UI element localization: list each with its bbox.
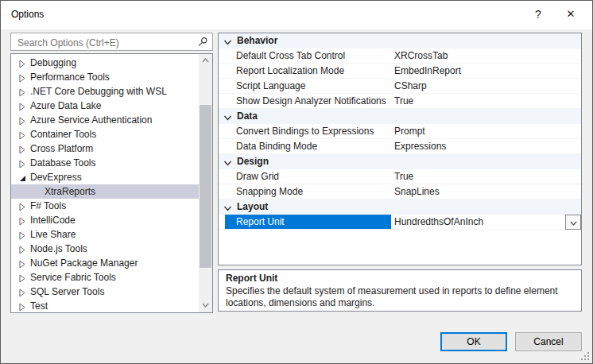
property-name: Report Localization Mode [225,64,391,78]
tree-item-label: NuGet Package Manager [30,256,138,270]
scrollbar-thumb[interactable] [200,105,211,268]
options-dialog: Options ? ✕ Debugging Performance Tools [0,0,593,364]
row-indent [219,48,225,63]
category-label: Design [237,154,269,169]
property-value[interactable]: EmbedInReport [391,64,581,78]
chevron-down-icon[interactable] [223,157,232,166]
expand-expanded-icon[interactable] [18,172,27,181]
tree-item-nuget-package-manager[interactable]: NuGet Package Manager [11,256,199,270]
property-row-show-design-analyzer-notifications[interactable]: Show Design Analyzer Notifications True [219,94,581,109]
expand-collapsed-icon[interactable] [18,201,27,210]
property-row-snapping-mode[interactable]: Snapping Mode SnapLines [219,184,581,199]
property-value[interactable]: SnapLines [391,184,581,199]
chevron-down-icon[interactable] [223,112,232,121]
close-button[interactable]: ✕ [559,4,583,25]
tree-item-live-share[interactable]: Live Share [11,227,199,242]
category-label: Behavior [237,33,277,48]
cancel-button[interactable]: Cancel [515,332,582,351]
search-input[interactable] [16,37,194,49]
tree-item-intellicode[interactable]: IntelliCode [11,213,199,227]
search-box[interactable] [10,33,213,51]
tree-item-service-fabric-tools[interactable]: Service Fabric Tools [11,270,199,285]
expand-collapsed-icon[interactable] [18,101,27,110]
property-value[interactable]: HundredthsOfAnInch [391,215,581,229]
tree-item-debugging[interactable]: Debugging [11,56,199,70]
expand-collapsed-icon[interactable] [18,58,27,67]
expand-collapsed-icon[interactable] [18,87,27,95]
category-row-design[interactable]: Design [219,154,581,169]
scroll-up-icon[interactable] [199,54,212,68]
property-name: Report Unit [225,215,391,229]
tree-item-database-tools[interactable]: Database Tools [11,156,199,170]
resize-grip[interactable] [580,351,590,361]
tree-item-label: Live Share [30,227,76,242]
property-row-data-binding-mode[interactable]: Data Binding Mode Expressions [219,139,581,154]
tree-item-net-core-debugging-with-wsl[interactable]: .NET Core Debugging with WSL [11,84,199,99]
expand-collapsed-icon[interactable] [18,301,27,310]
tree-item-fsharp-tools[interactable]: F# Tools [11,199,199,213]
tree-item-test[interactable]: Test [11,299,199,313]
tree-item-cross-platform[interactable]: Cross Platform [11,141,199,156]
expand-collapsed-icon[interactable] [18,144,27,153]
expand-collapsed-icon[interactable] [18,258,27,267]
property-row-default-cross-tab-control[interactable]: Default Cross Tab Control XRCrossTab [219,48,581,64]
expand-collapsed-icon[interactable] [18,158,27,167]
chevron-down-icon[interactable] [223,37,232,45]
tree-item-label: Container Tools [30,127,96,141]
tree-item-performance-tools[interactable]: Performance Tools [11,70,199,84]
tree-item-label: Cross Platform [30,141,93,156]
help-button[interactable]: ? [526,4,550,25]
property-name: Data Binding Mode [225,139,391,153]
tree-item-nodejs-tools[interactable]: Node.js Tools [11,242,199,256]
tree-item-xtrareports[interactable]: XtraReports [11,184,199,199]
property-grid: Behavior Default Cross Tab Control XRCro… [218,33,582,265]
titlebar: Options ? ✕ [1,1,592,29]
property-row-report-unit[interactable]: Report Unit HundredthsOfAnInch [219,215,581,230]
tree-scrollbar[interactable] [199,54,212,312]
expand-collapsed-icon[interactable] [18,72,27,81]
category-row-behavior[interactable]: Behavior [219,33,581,48]
tree-item-label: F# Tools [30,199,66,213]
expand-collapsed-icon[interactable] [18,230,27,238]
property-row-report-localization-mode[interactable]: Report Localization Mode EmbedInReport [219,64,581,79]
tree-item-label: Debugging [30,56,76,70]
tree-item-label: IntelliCode [30,213,76,227]
tree-items: Debugging Performance Tools .NET Core De… [11,56,199,313]
property-row-convert-bindings-to-expressions[interactable]: Convert Bindings to Expressions Prompt [219,124,581,139]
property-value[interactable]: CSharp [391,79,581,93]
tree-item-azure-data-lake[interactable]: Azure Data Lake [11,99,199,113]
search-icon[interactable] [197,37,208,48]
tree-item-sql-server-tools[interactable]: SQL Server Tools [11,285,199,299]
category-row-layout[interactable]: Layout [219,199,581,215]
ok-button[interactable]: OK [440,332,507,351]
description-text: Specifies the default system of measurem… [226,285,574,309]
tree-item-container-tools[interactable]: Container Tools [11,127,199,141]
tree-item-label: Service Fabric Tools [30,270,116,285]
category-row-data[interactable]: Data [219,109,581,124]
expand-collapsed-icon[interactable] [18,273,27,281]
property-value[interactable]: True [391,169,581,184]
chevron-down-icon[interactable] [223,203,232,211]
property-row-script-language[interactable]: Script Language CSharp [219,79,581,94]
property-value[interactable]: Prompt [391,124,581,138]
row-indent [219,169,225,184]
expand-collapsed-icon[interactable] [18,130,27,138]
expand-collapsed-icon[interactable] [18,215,27,224]
scroll-down-icon[interactable] [199,299,212,312]
tree-item-label: Test [30,299,48,313]
property-row-draw-grid[interactable]: Draw Grid True [219,169,581,184]
tree-item-azure-service-authentication[interactable]: Azure Service Authentication [11,113,199,127]
row-indent [219,79,225,93]
tree-item-label: Node.js Tools [30,242,87,256]
property-value[interactable]: XRCrossTab [391,48,581,63]
property-value[interactable]: True [391,94,581,108]
tree-item-devexpress[interactable]: DevExpress [11,170,199,184]
dialog-title: Options [11,9,44,20]
property-name: Script Language [225,79,391,93]
dropdown-button[interactable] [565,215,581,230]
property-value[interactable]: Expressions [391,139,581,153]
expand-collapsed-icon[interactable] [18,115,27,124]
tree-item-label: SQL Server Tools [30,285,104,299]
expand-collapsed-icon[interactable] [18,287,27,296]
expand-collapsed-icon[interactable] [18,244,27,253]
